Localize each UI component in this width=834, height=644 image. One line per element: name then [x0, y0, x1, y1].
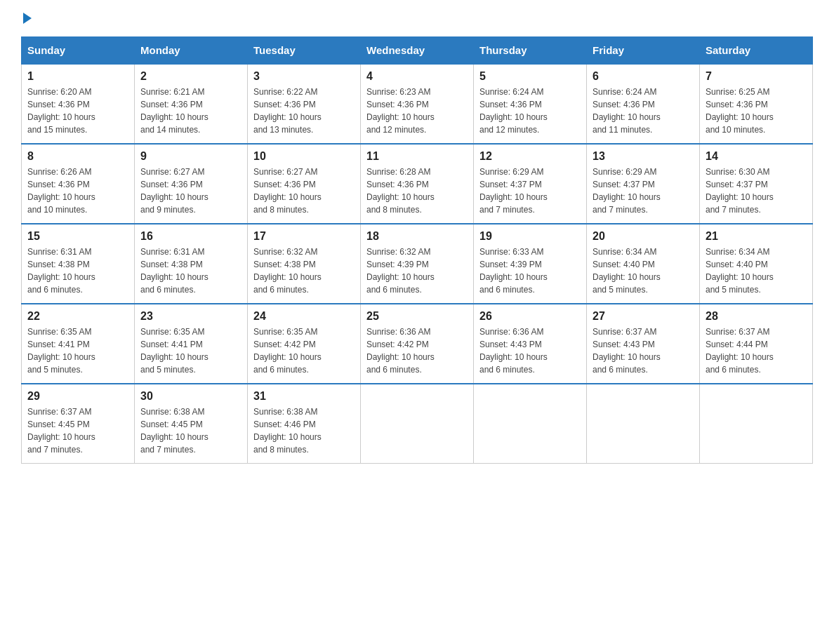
calendar-cell: 31 Sunrise: 6:38 AMSunset: 4:46 PMDaylig… [248, 384, 361, 464]
day-number: 22 [27, 310, 128, 323]
day-info: Sunrise: 6:27 AMSunset: 4:36 PMDaylight:… [253, 167, 322, 215]
day-info: Sunrise: 6:29 AMSunset: 4:37 PMDaylight:… [593, 167, 661, 215]
day-info: Sunrise: 6:25 AMSunset: 4:36 PMDaylight:… [706, 87, 774, 135]
day-info: Sunrise: 6:23 AMSunset: 4:36 PMDaylight:… [366, 87, 435, 135]
calendar-week-row: 15 Sunrise: 6:31 AMSunset: 4:38 PMDaylig… [22, 224, 813, 304]
col-header-monday: Monday [135, 37, 248, 65]
calendar-cell: 12 Sunrise: 6:29 AMSunset: 4:37 PMDaylig… [474, 144, 587, 224]
day-number: 7 [706, 70, 807, 83]
day-number: 29 [27, 390, 128, 403]
logo [21, 14, 32, 24]
calendar-cell: 30 Sunrise: 6:38 AMSunset: 4:45 PMDaylig… [135, 384, 248, 464]
col-header-tuesday: Tuesday [248, 37, 361, 65]
calendar-table: SundayMondayTuesdayWednesdayThursdayFrid… [21, 36, 813, 464]
day-number: 31 [253, 390, 355, 403]
calendar-cell: 29 Sunrise: 6:37 AMSunset: 4:45 PMDaylig… [22, 384, 135, 464]
day-number: 9 [140, 150, 241, 163]
calendar-header-row: SundayMondayTuesdayWednesdayThursdayFrid… [22, 37, 813, 65]
day-info: Sunrise: 6:30 AMSunset: 4:37 PMDaylight:… [706, 167, 774, 215]
day-number: 16 [140, 230, 241, 243]
calendar-cell: 26 Sunrise: 6:36 AMSunset: 4:43 PMDaylig… [474, 304, 587, 384]
day-number: 5 [479, 70, 581, 83]
calendar-cell [700, 384, 813, 464]
calendar-cell: 4 Sunrise: 6:23 AMSunset: 4:36 PMDayligh… [361, 64, 474, 144]
day-number: 8 [27, 150, 128, 163]
day-info: Sunrise: 6:35 AMSunset: 4:42 PMDaylight:… [253, 327, 322, 375]
calendar-cell: 10 Sunrise: 6:27 AMSunset: 4:36 PMDaylig… [248, 144, 361, 224]
day-info: Sunrise: 6:34 AMSunset: 4:40 PMDaylight:… [706, 247, 774, 295]
calendar-week-row: 22 Sunrise: 6:35 AMSunset: 4:41 PMDaylig… [22, 304, 813, 384]
day-number: 12 [479, 150, 581, 163]
day-info: Sunrise: 6:34 AMSunset: 4:40 PMDaylight:… [593, 247, 661, 295]
calendar-cell [474, 384, 587, 464]
calendar-cell: 7 Sunrise: 6:25 AMSunset: 4:36 PMDayligh… [700, 64, 813, 144]
calendar-cell: 17 Sunrise: 6:32 AMSunset: 4:38 PMDaylig… [248, 224, 361, 304]
day-info: Sunrise: 6:35 AMSunset: 4:41 PMDaylight:… [27, 327, 95, 375]
day-info: Sunrise: 6:38 AMSunset: 4:46 PMDaylight:… [253, 407, 322, 455]
day-number: 17 [253, 230, 355, 243]
calendar-cell: 14 Sunrise: 6:30 AMSunset: 4:37 PMDaylig… [700, 144, 813, 224]
calendar-week-row: 8 Sunrise: 6:26 AMSunset: 4:36 PMDayligh… [22, 144, 813, 224]
day-number: 11 [366, 150, 468, 163]
day-info: Sunrise: 6:21 AMSunset: 4:36 PMDaylight:… [140, 87, 208, 135]
day-info: Sunrise: 6:37 AMSunset: 4:43 PMDaylight:… [593, 327, 661, 375]
day-number: 1 [27, 70, 128, 83]
calendar-cell: 24 Sunrise: 6:35 AMSunset: 4:42 PMDaylig… [248, 304, 361, 384]
day-info: Sunrise: 6:31 AMSunset: 4:38 PMDaylight:… [27, 247, 95, 295]
day-info: Sunrise: 6:22 AMSunset: 4:36 PMDaylight:… [253, 87, 322, 135]
day-number: 10 [253, 150, 355, 163]
calendar-cell: 8 Sunrise: 6:26 AMSunset: 4:36 PMDayligh… [22, 144, 135, 224]
col-header-sunday: Sunday [22, 37, 135, 65]
day-info: Sunrise: 6:32 AMSunset: 4:39 PMDaylight:… [366, 247, 435, 295]
col-header-thursday: Thursday [474, 37, 587, 65]
calendar-cell: 23 Sunrise: 6:35 AMSunset: 4:41 PMDaylig… [135, 304, 248, 384]
calendar-cell [361, 384, 474, 464]
calendar-cell: 19 Sunrise: 6:33 AMSunset: 4:39 PMDaylig… [474, 224, 587, 304]
header [21, 14, 813, 24]
calendar-cell: 22 Sunrise: 6:35 AMSunset: 4:41 PMDaylig… [22, 304, 135, 384]
calendar-cell: 16 Sunrise: 6:31 AMSunset: 4:38 PMDaylig… [135, 224, 248, 304]
day-number: 20 [593, 230, 694, 243]
calendar-cell: 9 Sunrise: 6:27 AMSunset: 4:36 PMDayligh… [135, 144, 248, 224]
calendar-cell: 25 Sunrise: 6:36 AMSunset: 4:42 PMDaylig… [361, 304, 474, 384]
calendar-cell: 13 Sunrise: 6:29 AMSunset: 4:37 PMDaylig… [587, 144, 700, 224]
day-info: Sunrise: 6:20 AMSunset: 4:36 PMDaylight:… [27, 87, 95, 135]
logo-blue [21, 14, 32, 24]
calendar-cell: 27 Sunrise: 6:37 AMSunset: 4:43 PMDaylig… [587, 304, 700, 384]
day-info: Sunrise: 6:32 AMSunset: 4:38 PMDaylight:… [253, 247, 322, 295]
calendar-cell: 2 Sunrise: 6:21 AMSunset: 4:36 PMDayligh… [135, 64, 248, 144]
day-number: 2 [140, 70, 241, 83]
day-number: 24 [253, 310, 355, 323]
day-number: 18 [366, 230, 468, 243]
day-number: 23 [140, 310, 241, 323]
day-info: Sunrise: 6:36 AMSunset: 4:42 PMDaylight:… [366, 327, 435, 375]
day-number: 19 [479, 230, 581, 243]
day-info: Sunrise: 6:31 AMSunset: 4:38 PMDaylight:… [140, 247, 208, 295]
day-info: Sunrise: 6:24 AMSunset: 4:36 PMDaylight:… [479, 87, 548, 135]
day-number: 30 [140, 390, 241, 403]
calendar-cell: 20 Sunrise: 6:34 AMSunset: 4:40 PMDaylig… [587, 224, 700, 304]
calendar-cell: 5 Sunrise: 6:24 AMSunset: 4:36 PMDayligh… [474, 64, 587, 144]
day-info: Sunrise: 6:26 AMSunset: 4:36 PMDaylight:… [27, 167, 95, 215]
day-info: Sunrise: 6:38 AMSunset: 4:45 PMDaylight:… [140, 407, 208, 455]
day-info: Sunrise: 6:27 AMSunset: 4:36 PMDaylight:… [140, 167, 208, 215]
day-info: Sunrise: 6:28 AMSunset: 4:36 PMDaylight:… [366, 167, 435, 215]
day-info: Sunrise: 6:37 AMSunset: 4:45 PMDaylight:… [27, 407, 95, 455]
col-header-wednesday: Wednesday [361, 37, 474, 65]
logo-arrow-icon [23, 13, 32, 24]
day-number: 27 [593, 310, 694, 323]
day-number: 28 [706, 310, 807, 323]
day-number: 21 [706, 230, 807, 243]
calendar-cell: 28 Sunrise: 6:37 AMSunset: 4:44 PMDaylig… [700, 304, 813, 384]
calendar-cell: 3 Sunrise: 6:22 AMSunset: 4:36 PMDayligh… [248, 64, 361, 144]
calendar-week-row: 29 Sunrise: 6:37 AMSunset: 4:45 PMDaylig… [22, 384, 813, 464]
calendar-cell: 6 Sunrise: 6:24 AMSunset: 4:36 PMDayligh… [587, 64, 700, 144]
day-info: Sunrise: 6:37 AMSunset: 4:44 PMDaylight:… [706, 327, 774, 375]
day-number: 6 [593, 70, 694, 83]
col-header-friday: Friday [587, 37, 700, 65]
calendar-week-row: 1 Sunrise: 6:20 AMSunset: 4:36 PMDayligh… [22, 64, 813, 144]
calendar-cell: 21 Sunrise: 6:34 AMSunset: 4:40 PMDaylig… [700, 224, 813, 304]
day-number: 25 [366, 310, 468, 323]
day-number: 14 [706, 150, 807, 163]
day-number: 3 [253, 70, 355, 83]
